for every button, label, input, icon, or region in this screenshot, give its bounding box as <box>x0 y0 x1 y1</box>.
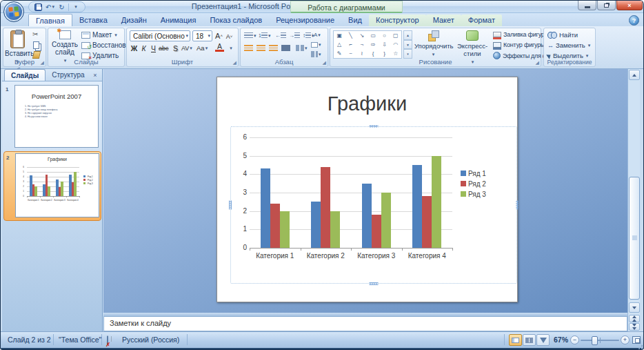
help-button[interactable]: ? <box>629 15 639 26</box>
shape-icon[interactable]: ╲ <box>345 31 356 40</box>
underline-button[interactable]: Ч <box>149 43 158 53</box>
bold-button[interactable]: Ж <box>130 43 139 53</box>
numbering-button[interactable]: 1▾ <box>257 30 272 41</box>
shape-icon[interactable]: ≀ <box>356 49 368 58</box>
shape-icon[interactable]: ○ <box>379 31 390 40</box>
tab-Вид[interactable]: Вид <box>341 14 369 26</box>
decrease-indent-button[interactable]: ← <box>274 30 288 41</box>
office-button[interactable] <box>3 1 24 22</box>
bar-Ряд 1-Категория 2[interactable] <box>311 202 321 248</box>
font-size-select[interactable]: 18▾ <box>192 30 212 41</box>
gallery-up-button[interactable]: ▲ <box>403 30 412 40</box>
shape-icon[interactable]: ☆ <box>390 49 401 58</box>
tab-Анимация[interactable]: Анимация <box>154 14 203 26</box>
minimize-button[interactable] <box>578 1 596 10</box>
zoom-in-button[interactable]: + <box>621 336 630 344</box>
tab-Макет[interactable]: Макет <box>426 14 461 26</box>
tab-Показ слайдов[interactable]: Показ слайдов <box>203 14 269 26</box>
tab-Формат[interactable]: Формат <box>461 14 502 26</box>
shape-outline-button[interactable]: Контур фигуры▾ <box>493 41 550 48</box>
shape-icon[interactable]: △ <box>334 40 345 49</box>
save-button[interactable] <box>33 2 43 12</box>
increase-indent-button[interactable]: → <box>288 30 301 41</box>
close-pane-button[interactable]: × <box>91 71 99 79</box>
qat-customize-button[interactable]: ▾ <box>70 2 81 12</box>
shape-icon[interactable]: ⇩ <box>379 40 390 49</box>
shape-icon[interactable]: ◠ <box>390 40 401 49</box>
dialog-launcher-icon[interactable]: ◢ <box>233 60 237 66</box>
scrollbar-thumb[interactable] <box>629 177 640 300</box>
bar-Ряд 1-Категория 3[interactable] <box>362 184 372 248</box>
zoom-level[interactable]: 67% <box>554 336 568 344</box>
shape-icon[interactable]: ⌐ <box>345 40 356 49</box>
tab-Дизайн[interactable]: Дизайн <box>114 14 154 26</box>
layout-button[interactable]: Макет▾ <box>81 31 117 39</box>
shape-icon[interactable]: ⇨ <box>368 40 379 49</box>
slide-sorter-view-button[interactable] <box>523 334 536 346</box>
dialog-launcher-icon[interactable]: ◢ <box>323 60 326 66</box>
character-spacing-button[interactable]: AV▾ <box>181 43 192 53</box>
shape-icon[interactable]: ▣ <box>334 31 345 40</box>
dialog-launcher-icon[interactable]: ◢ <box>536 60 539 66</box>
zoom-slider-thumb[interactable] <box>592 336 598 345</box>
fit-to-window-button[interactable] <box>632 336 641 344</box>
spell-check-status[interactable] <box>107 336 108 344</box>
strikethrough-button[interactable]: abc <box>159 43 169 53</box>
close-button[interactable]: × <box>616 1 643 10</box>
slide-thumbnail-2[interactable]: 2 Графики 0123456Категория 1Категория 2К… <box>3 151 101 221</box>
undo-button[interactable]: ↶▾ <box>45 2 55 12</box>
bar-Ряд 3-Категория 3[interactable] <box>381 193 391 248</box>
bar-Ряд 1-Категория 4[interactable] <box>412 165 422 248</box>
redo-button[interactable]: ↻ <box>57 2 67 12</box>
align-right-button[interactable] <box>268 43 279 53</box>
chart[interactable]: 0123456Категория 1Категория 2Категория 3… <box>232 128 516 282</box>
tab-Рецензирование[interactable]: Рецензирование <box>269 14 341 26</box>
tab-Конструктор[interactable]: Конструктор <box>369 14 426 26</box>
bar-Ряд 3-Категория 1[interactable] <box>280 211 290 248</box>
normal-view-button[interactable] <box>509 334 522 346</box>
shape-icon[interactable]: ✎ <box>334 49 345 58</box>
gallery-down-button[interactable]: ▼ <box>403 40 412 50</box>
slide-thumbnail-1[interactable]: 1 PowerPoint 2007 1. Не требует SMS2. Не… <box>3 84 101 150</box>
grow-font-button[interactable]: А˄ <box>214 30 223 41</box>
shape-icon[interactable]: ▢ <box>390 31 401 40</box>
slideshow-view-button[interactable] <box>536 334 550 346</box>
gallery-more-button[interactable]: ▾ <box>403 49 412 59</box>
text-shadow-button[interactable]: S <box>171 43 180 53</box>
bullets-button[interactable]: ▾ <box>243 30 258 41</box>
change-case-button[interactable]: Aa▾ <box>197 43 208 53</box>
shape-icon[interactable]: ↘ <box>356 31 368 40</box>
font-color-button[interactable]: А <box>215 43 224 52</box>
shape-icon[interactable]: ¬ <box>356 40 368 49</box>
replace-button[interactable]: ↔Заменить▾ <box>547 41 590 49</box>
slide-canvas[interactable]: Графики 0123456Категория 1Категория 2Кат… <box>217 77 518 302</box>
bar-Ряд 2-Категория 1[interactable] <box>270 204 280 248</box>
dialog-launcher-icon[interactable]: ◢ <box>41 60 44 66</box>
shape-icon[interactable]: { <box>368 49 379 58</box>
restore-button[interactable] <box>597 1 616 10</box>
shrink-font-button[interactable]: А˅ <box>225 31 234 41</box>
notes-pane[interactable]: Заметки к слайду <box>103 316 627 331</box>
tab-slides-pane[interactable]: Слайды <box>4 69 46 81</box>
previous-slide-button[interactable] <box>629 315 640 322</box>
bar-Ряд 2-Категория 4[interactable] <box>422 196 432 248</box>
shape-icon[interactable]: } <box>379 49 390 58</box>
bar-Ряд 1-Категория 1[interactable] <box>261 168 270 248</box>
align-text-button[interactable]: ▾ <box>310 39 323 50</box>
font-name-select[interactable]: Calibri (Основно▾ <box>130 30 190 41</box>
tab-Вставка[interactable]: Вставка <box>72 14 114 26</box>
shape-icon[interactable]: ~ <box>345 49 356 58</box>
justify-button[interactable] <box>280 43 292 53</box>
columns-button[interactable]: ▾ <box>294 43 309 53</box>
bar-Ряд 2-Категория 3[interactable] <box>372 215 381 248</box>
scroll-up-button[interactable] <box>629 70 640 80</box>
copy-button[interactable] <box>33 41 39 49</box>
vertical-scrollbar[interactable] <box>627 69 640 331</box>
bar-Ряд 3-Категория 2[interactable] <box>330 211 340 248</box>
language-status[interactable]: Русский (Россия) <box>122 336 179 344</box>
italic-button[interactable]: К <box>139 43 148 53</box>
next-slide-button[interactable] <box>629 323 640 331</box>
bar-Ряд 3-Категория 4[interactable] <box>432 156 441 248</box>
align-left-button[interactable] <box>243 43 254 53</box>
text-direction-button[interactable]: ↓A▾ <box>310 30 322 40</box>
